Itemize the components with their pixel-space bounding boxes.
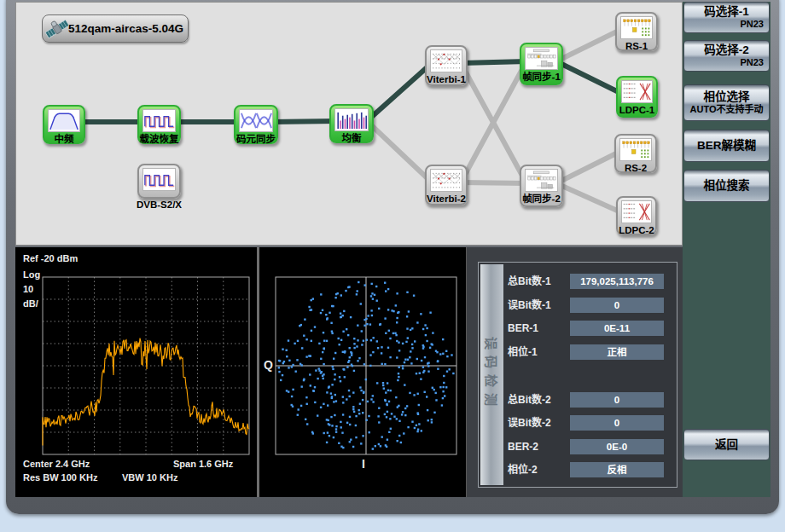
sidebar-button-3[interactable]: 相位选择AUTO不支持手动	[683, 84, 770, 121]
sidebar-button-5[interactable]: 相位搜索	[683, 170, 770, 202]
spectrum-ref-label: Ref -20 dBm	[23, 253, 78, 263]
ber-row-value-3: 0E-11	[570, 321, 664, 336]
frame-icon	[525, 47, 558, 70]
ber-row-label-4: 相位-1	[508, 344, 571, 360]
spectrum-analyzer-panel: Ref -20 dBm Log 10 dB/ Center 2.4 GHz Sp…	[15, 247, 257, 497]
wave-icon	[142, 168, 176, 191]
signal-file-button[interactable]: 512qam-aircas-5.04G	[42, 14, 189, 43]
ldpc-icon	[621, 80, 653, 103]
q-axis-label: Q	[264, 358, 273, 372]
ber-row-label-6: 误Bit数-2	[508, 415, 571, 431]
node-fs2[interactable]: 帧同步-2	[520, 165, 563, 207]
node-rs1[interactable]: RS-1	[615, 12, 658, 51]
node-ldpc2[interactable]: LDPC-2	[616, 196, 657, 235]
ber-row-value-2: 0	[570, 298, 664, 313]
rs-icon	[620, 16, 653, 39]
ber-row-label-5: 总Bit数-2	[508, 392, 571, 408]
rs-icon	[619, 138, 652, 161]
signal-file-label: 512qam-aircas-5.04G	[68, 22, 183, 35]
signal-chain-diagram-panel: 512qam-aircas-5.04G 中频载波恢复码元同步均衡DVB-S2/X…	[15, 2, 683, 246]
ber-row-value-4: 正相	[570, 344, 664, 360]
node-eq[interactable]: 均衡	[329, 104, 374, 143]
ber-monitor-title-strip: 误码检测	[480, 264, 503, 485]
ber-row-label-3: BER-1	[508, 321, 571, 336]
satellite-icon	[44, 17, 70, 41]
ldpc-icon	[621, 200, 652, 223]
node-dvb[interactable]	[137, 164, 181, 199]
node-vit2[interactable]: Viterbi-2	[425, 165, 468, 205]
ber-row-label-8: 相位-2	[508, 462, 571, 477]
spectrum-center-label: Center 2.4 GHz	[23, 459, 90, 469]
node-ldpc1[interactable]: LDPC-1	[616, 76, 658, 118]
bars-icon	[334, 108, 369, 131]
spectrum-scale-db: dB/	[23, 298, 38, 309]
ber-row-label-1: 总Bit数-1	[508, 274, 571, 289]
sidebar-button-4[interactable]: BER解模糊	[683, 130, 770, 162]
ber-row-value-6: 0	[570, 415, 664, 431]
app-window: 512qam-aircas-5.04G 中频载波恢复码元同步均衡DVB-S2/X…	[0, 0, 785, 532]
trellis-icon	[430, 49, 462, 72]
ber-monitor-title: 误码检测	[483, 337, 501, 412]
wave-icon	[142, 109, 176, 132]
ber-row-value-7: 0E-0	[570, 439, 664, 454]
spectrum-icon	[48, 109, 80, 132]
sidebar-button-1[interactable]: 码选择-1PN23	[683, 2, 770, 33]
node-if[interactable]: 中频	[43, 105, 85, 144]
node-rs2[interactable]: RS-2	[614, 134, 657, 173]
ber-monitor-region: 误码检测 总Bit数-1179,025,113,776误Bit数-10BER-1…	[466, 247, 683, 497]
eye-icon	[239, 109, 273, 132]
node-symbol[interactable]: 码元同步	[234, 105, 278, 144]
constellation-panel: Q I	[259, 247, 466, 497]
ber-row-label-2: 误Bit数-1	[508, 298, 571, 313]
ber-row-value-5: 0	[570, 392, 664, 408]
return-button[interactable]: 返回	[683, 429, 770, 460]
ber-row-value-8: 反相	[570, 462, 664, 477]
spectrum-span-label: Span 1.6 GHz	[173, 459, 233, 469]
ber-row-label-7: BER-2	[508, 439, 571, 454]
i-axis-label: I	[362, 457, 365, 471]
ber-row-value-1: 179,025,113,776	[570, 274, 664, 289]
node-dvb-label: DVB-S2/X	[129, 200, 189, 210]
spectrum-vbw-label: VBW 10 KHz	[122, 472, 177, 483]
node-fs1[interactable]: 帧同步-1	[520, 43, 563, 85]
spectrum-scale-log: Log	[23, 269, 40, 280]
spectrum-rbw-label: Res BW 100 KHz	[23, 472, 97, 483]
trellis-icon	[430, 169, 462, 192]
node-carrier[interactable]: 载波恢复	[137, 105, 181, 144]
sidebar: 码选择-1PN23码选择-2PN23相位选择AUTO不支持手动BER解模糊相位搜…	[683, 2, 770, 497]
frame-icon	[525, 169, 558, 192]
sidebar-button-2[interactable]: 码选择-2PN23	[683, 40, 770, 72]
spectrum-scale-10: 10	[23, 284, 33, 294]
displays-area: Ref -20 dBm Log 10 dB/ Center 2.4 GHz Sp…	[15, 247, 683, 497]
node-vit1[interactable]: Viterbi-1	[425, 45, 468, 86]
